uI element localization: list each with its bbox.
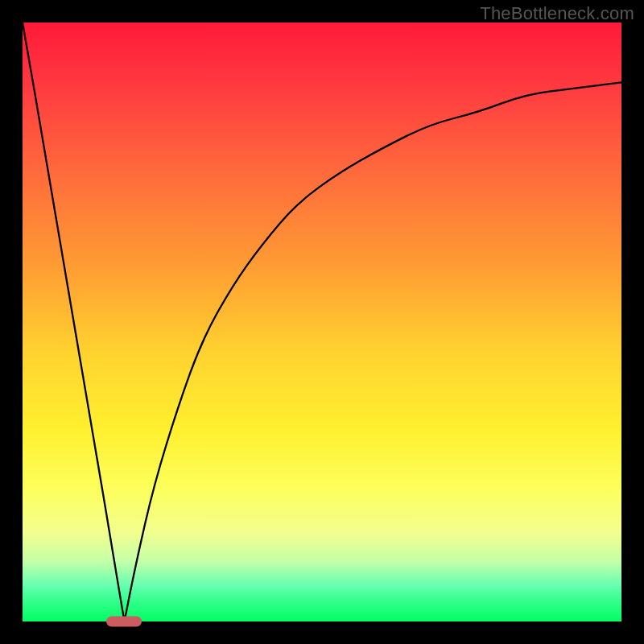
optimal-marker (106, 617, 142, 627)
plot-area (23, 23, 621, 621)
chart-frame: TheBottleneck.com (0, 0, 644, 644)
bottleneck-curve (23, 23, 621, 621)
watermark-text: TheBottleneck.com (480, 3, 634, 24)
curve-path (23, 23, 621, 621)
